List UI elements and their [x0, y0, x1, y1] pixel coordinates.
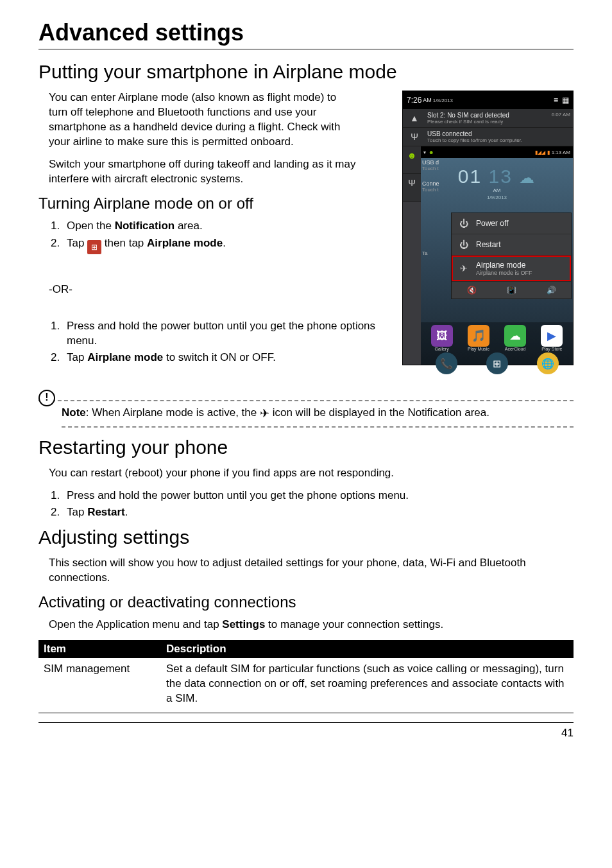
table-r1c2: Set a default SIM for particular functio…: [161, 658, 574, 713]
ss-pm1-label: Power off: [476, 219, 508, 228]
app-playmusic[interactable]: 🎵 Play Music: [468, 325, 489, 351]
ss-home-time: 1:13 AM: [552, 150, 570, 155]
ss-pm-sound-row: 🔇 📳 🔊: [452, 281, 571, 299]
app-gallery[interactable]: 🖼 Gallery: [431, 325, 453, 351]
dock-phone-icon[interactable]: 📞: [436, 352, 457, 374]
airplane-icon: ✈: [458, 263, 470, 273]
ss-pm-poweroff[interactable]: ⏻ Power off: [452, 213, 571, 234]
table-h1: Item: [38, 640, 161, 658]
silent-icon[interactable]: 🔇: [452, 282, 491, 299]
warning-icon: ▲: [410, 113, 419, 123]
ss-notif-sim: ▲ Slot 2: No SIM card detected Please ch…: [403, 109, 573, 128]
ss-clock-ampm: AM: [421, 187, 573, 193]
s3-p1: This section will show you how to adjust…: [49, 556, 574, 586]
phone-screenshot: 7:26 AM 1/8/2013 ≡ ▦ ▲ Slot 2: No SIM ca…: [402, 91, 574, 365]
ss-n1-title: Slot 2: No SIM card detected: [427, 112, 549, 119]
s1-or: -OR-: [49, 283, 72, 295]
ss-n3-title: USB d: [422, 159, 439, 166]
dock-apps-icon[interactable]: ⊞: [486, 352, 508, 374]
ss-notification-header: 7:26 AM 1/8/2013 ≡ ▦: [403, 91, 573, 109]
usb-icon: Ψ: [408, 178, 416, 188]
s3-sub1-p1: Open the Application menu and tap Settin…: [49, 618, 574, 632]
ss-notif-usb1: Ψ USB connected Touch to copy files to/f…: [403, 128, 573, 146]
s2-step2: Tap Restart.: [63, 505, 574, 520]
app-acercloud[interactable]: ☁ AcerCloud: [504, 325, 526, 351]
s1-p2: Switch your smartphone off during takeof…: [49, 157, 357, 187]
section-restart-heading: Restarting your phone: [38, 437, 574, 458]
ss-n2-sub: Touch to copy files to/from your compute…: [427, 137, 570, 143]
s1-p1: You can enter Airplane mode (also known …: [49, 91, 357, 150]
ss-notif-usb2: Ψ: [403, 174, 421, 202]
section-airplane-heading: Putting your smartphone in Airplane mode: [38, 61, 574, 83]
ss-n2-title: USB connected: [427, 130, 570, 137]
ss-pm2-label: Restart: [476, 240, 501, 249]
page-number: 41: [561, 727, 574, 739]
note-post: icon will be displayed in the Notificati…: [269, 406, 489, 419]
ss-clock-mm: 13: [489, 166, 513, 187]
apps-grid-icon: ⊞: [87, 240, 101, 254]
ss-status-time: 7:26: [407, 96, 421, 105]
dock-browser-icon[interactable]: 🌐: [537, 352, 559, 374]
android-icon: ☻: [429, 150, 434, 155]
ss-n3-sub: Touch t: [422, 166, 439, 171]
airplane-icon: ✈: [260, 406, 269, 422]
ss-clock-hh: 01: [458, 166, 482, 187]
ss-pm-restart[interactable]: ⏻ Restart: [452, 234, 571, 256]
s1-sub1-step1: Open the Notification area.: [63, 219, 357, 234]
vibrate-icon[interactable]: 📳: [491, 282, 531, 299]
ss-notif-android: ☻: [403, 146, 421, 174]
wifi-icon: ▾: [423, 150, 426, 155]
table-r1c1: SIM management: [38, 658, 161, 713]
page-footer: 41: [38, 722, 574, 740]
ss-pm3-sub: Airplane mode is OFF: [476, 270, 532, 276]
note-pre: : When Airplane mode is active, the: [86, 406, 260, 419]
page-title: Advanced settings: [38, 19, 574, 46]
table-row: SIM management Set a default SIM for par…: [38, 658, 574, 713]
ss-clock-date: 1/9/2013: [421, 195, 573, 200]
ss-pm3-label: Airplane mode: [476, 261, 532, 270]
connections-table: Item Description SIM management Set a de…: [38, 640, 574, 713]
power-icon: ⏻: [458, 218, 470, 229]
signal-icon: ▮◢◢ ▮: [535, 150, 549, 155]
ss-n1-sub: Please check if SIM card is ready: [427, 119, 549, 125]
ss-n4-sub: Touch t: [422, 187, 439, 193]
ss-dock: 🖼 Gallery 🎵 Play Music ☁ AcerCloud: [421, 322, 573, 365]
ss-n4-title: Conne: [422, 180, 439, 187]
alert-circle-icon: !: [38, 390, 55, 406]
usb-icon: Ψ: [411, 132, 418, 142]
ss-home-screen: ▾ ☻ ▮◢◢ ▮ 1:13 AM USB d Touch t Conne To…: [421, 146, 573, 365]
ss-clock-widget: 01 13 ☁ AM 1/9/2013: [421, 158, 573, 204]
ss-status-date: 1/8/2013: [433, 98, 453, 103]
s2-step1: Press and hold the power button until yo…: [63, 489, 574, 503]
s2-p1: You can restart (reboot) your phone if y…: [49, 466, 574, 481]
s3-sub1-heading: Activating or deactivating connections: [38, 593, 574, 611]
ss-n1-time: 6:07 AM: [552, 112, 573, 117]
ss-power-menu: ⏻ Power off ⏻ Restart ✈ Airplane mode Ai…: [451, 213, 572, 299]
android-icon: ☻: [407, 150, 417, 161]
app-playstore[interactable]: ▶ Play Store: [541, 325, 563, 351]
note-label: Note: [62, 406, 86, 419]
restart-icon: ⏻: [458, 239, 470, 250]
table-h2: Description: [161, 640, 574, 658]
grid-icon: ▦: [562, 96, 569, 105]
sound-icon[interactable]: 🔊: [531, 282, 571, 299]
ss-status-ampm: AM: [423, 97, 432, 103]
section-adjusting-heading: Adjusting settings: [38, 526, 574, 548]
ss-pm-airplane[interactable]: ✈ Airplane mode Airplane mode is OFF: [452, 256, 571, 281]
s1-sub1-step2: Tap ⊞ then tap Airplane mode.: [63, 236, 357, 254]
settings-sliders-icon: ≡: [554, 96, 558, 105]
note-box: ! Note: When Airplane mode is active, th…: [38, 383, 574, 427]
title-rule: [38, 49, 574, 49]
